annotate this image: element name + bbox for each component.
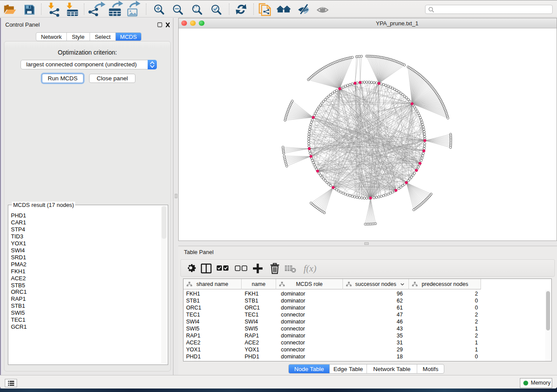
svg-text:f(x): f(x): [304, 263, 316, 274]
